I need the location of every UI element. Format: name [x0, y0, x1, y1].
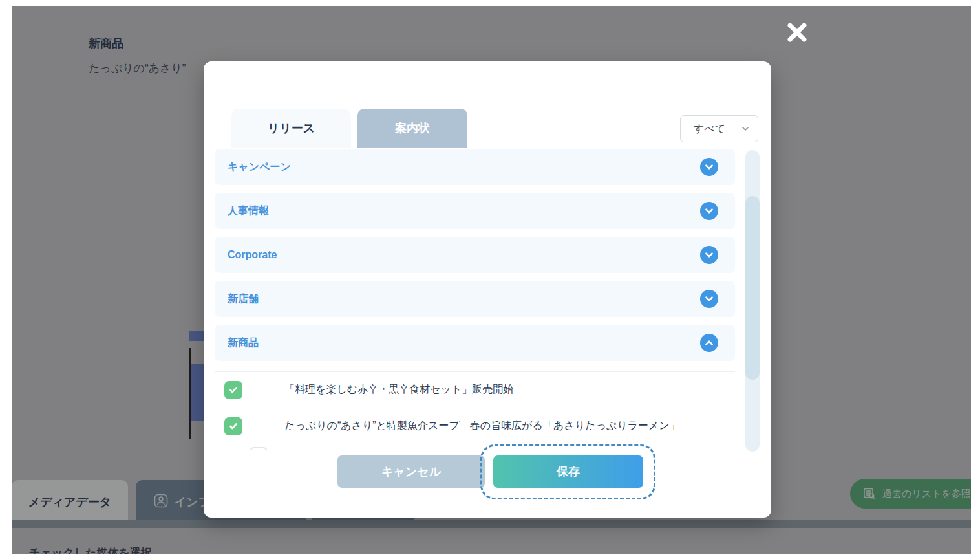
- release-item-label: 「料理を楽しむ赤辛・黒辛食材セット」販売開始: [284, 383, 513, 397]
- category-row-campaign[interactable]: キャンペーン: [215, 149, 735, 185]
- chevron-down-circle-icon[interactable]: [700, 246, 718, 264]
- checkbox-checked-icon[interactable]: [224, 381, 242, 399]
- close-icon[interactable]: [785, 20, 811, 46]
- chevron-down-circle-icon[interactable]: [700, 158, 718, 176]
- chevron-down-circle-icon[interactable]: [700, 202, 718, 220]
- category-row-corporate[interactable]: Corporate: [215, 237, 735, 273]
- category-label: 人事情報: [228, 204, 269, 218]
- chevron-down-icon: [741, 124, 750, 133]
- tab-invitation[interactable]: 案内状: [357, 109, 467, 148]
- scrollbar-thumb[interactable]: [745, 196, 760, 380]
- release-item-row[interactable]: 「料理を楽しむ赤辛・黒辛食材セット」販売開始: [215, 371, 735, 408]
- chevron-up-circle-icon[interactable]: [700, 334, 718, 352]
- checkbox-unchecked-icon[interactable]: [250, 447, 268, 450]
- filter-dropdown[interactable]: すべて: [680, 115, 758, 142]
- media-select-modal: リリース 案内状 すべて キャンペーン 人事情報 Corporate: [204, 61, 771, 518]
- save-button[interactable]: 保存: [493, 455, 643, 488]
- category-label: 新店舗: [228, 292, 259, 306]
- cancel-button[interactable]: キャンセル: [337, 455, 485, 488]
- category-row-new-store[interactable]: 新店舗: [215, 281, 735, 317]
- category-label: 新商品: [228, 336, 259, 350]
- tab-release[interactable]: リリース: [231, 109, 351, 148]
- release-item-row[interactable]: たっぷりの“あさり”と特製魚介スープ 春の旨味広がる「あさりたっぷりラーメン」: [215, 408, 735, 444]
- category-label: Corporate: [228, 249, 277, 261]
- page: 新商品 たっぷりの“あさり” メディアデータ インフ: [0, 0, 980, 559]
- category-row-hr[interactable]: 人事情報: [215, 193, 735, 229]
- checkbox-checked-icon[interactable]: [224, 417, 242, 435]
- release-item-label: たっぷりの“あさり”と特製魚介スープ 春の旨味広がる「あさりたっぷりラーメン」: [284, 419, 680, 433]
- chevron-down-circle-icon[interactable]: [700, 290, 718, 308]
- scrollbar-track[interactable]: [745, 150, 760, 452]
- category-label: キャンペーン: [228, 160, 291, 174]
- release-item-row-clipped[interactable]: [215, 444, 735, 450]
- category-row-new-product[interactable]: 新商品: [215, 325, 735, 361]
- filter-dropdown-value: すべて: [694, 122, 725, 136]
